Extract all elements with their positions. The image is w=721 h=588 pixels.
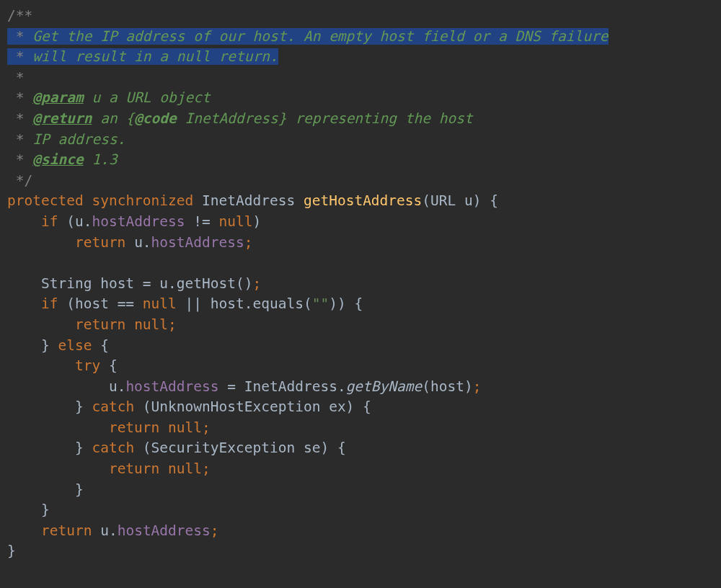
keyword-if: if <box>41 213 58 230</box>
javadoc-tag-since: @since <box>32 151 83 168</box>
indent <box>7 337 41 354</box>
doc-text: u a URL object <box>84 89 211 106</box>
space <box>58 213 66 230</box>
var-u: u. <box>109 378 125 395</box>
doc-text: Get the IP address of our host. An empty… <box>32 28 608 45</box>
brace-close: } <box>41 337 50 354</box>
field-hostaddress: hostAddress <box>151 234 244 251</box>
decl-string-host: String host = u. <box>41 275 177 292</box>
indent <box>7 275 41 292</box>
space <box>50 337 58 354</box>
keyword-catch: catch <box>92 440 134 456</box>
keyword-try: try <box>75 357 100 374</box>
indent <box>7 378 109 395</box>
indent <box>7 440 75 456</box>
keyword-return: return <box>109 419 159 436</box>
doc-star: * <box>7 48 24 65</box>
operator-neq: != <box>185 213 219 230</box>
method-signature: (URL u) { <box>422 192 498 209</box>
semicolon: ; <box>211 522 219 539</box>
catch-clause: (UnknownHostException ex) { <box>134 398 371 415</box>
indent <box>7 316 75 333</box>
type-inetaddress: InetAddress <box>202 192 295 209</box>
expr: (host == <box>58 295 142 312</box>
selection-line-2: * will result in a null return. <box>7 48 278 65</box>
indent <box>7 522 41 539</box>
javadoc-tag-code: @code <box>134 110 177 127</box>
paren-open: ( <box>66 213 75 230</box>
keyword-null: null <box>168 419 202 436</box>
space <box>125 316 134 333</box>
doc-open: /** <box>7 7 32 24</box>
paren-open: ( <box>304 295 312 312</box>
space <box>159 460 168 477</box>
keyword-null: null <box>143 295 177 312</box>
doc-star: * <box>7 151 24 168</box>
space <box>92 522 100 539</box>
keyword-catch: catch <box>92 398 134 415</box>
code-editor[interactable]: /** * Get the IP address of our host. An… <box>0 0 721 569</box>
brace-close: } <box>75 398 84 415</box>
field-hostaddress: hostAddress <box>118 522 211 539</box>
keyword-null: null <box>134 316 168 333</box>
expr: || host. <box>177 295 253 312</box>
doc-text: 1.3 <box>84 151 118 168</box>
indent <box>7 213 41 230</box>
space <box>24 151 32 168</box>
doc-text: InetAddress} representing the host <box>177 110 473 127</box>
paren-close: ) <box>253 213 262 230</box>
brace-close: } <box>75 481 84 498</box>
method-decl-gethostaddress: getHostAddress <box>304 192 422 209</box>
indent <box>7 398 75 415</box>
semicolon: ; <box>473 378 482 395</box>
catch-clause: (SecurityException se) { <box>134 440 346 456</box>
indent <box>7 357 75 374</box>
doc-text: will result in a null return. <box>32 48 278 65</box>
doc-star: * <box>7 110 24 127</box>
space <box>24 48 32 65</box>
indent <box>7 460 109 477</box>
call-noargs: () <box>236 275 252 292</box>
semicolon: ; <box>252 275 261 292</box>
semicolon: ; <box>202 460 211 477</box>
semicolon: ; <box>244 234 253 251</box>
keyword-synchronized: synchronized <box>92 192 193 209</box>
doc-close: */ <box>7 172 32 189</box>
doc-text: an { <box>92 110 134 127</box>
brace-close: } <box>7 543 16 559</box>
indent <box>7 502 41 518</box>
keyword-null: null <box>168 460 202 477</box>
selection-line-1: * Get the IP address of our host. An emp… <box>7 28 609 45</box>
space <box>193 192 202 209</box>
javadoc-tag-return: @return <box>32 110 92 127</box>
var-u: u. <box>100 522 117 539</box>
expr: = InetAddress. <box>219 378 346 395</box>
indent <box>7 481 75 498</box>
brace-close: } <box>41 502 50 518</box>
field-hostaddress: hostAddress <box>125 378 218 395</box>
brace-close: } <box>75 440 84 456</box>
var-u: u. <box>75 213 92 230</box>
keyword-if: if <box>41 295 58 312</box>
space <box>24 110 32 127</box>
var-u: u. <box>134 234 151 251</box>
brace-open: { <box>100 357 117 374</box>
space <box>159 419 168 436</box>
method-call-equals: equals <box>253 295 304 312</box>
indent <box>7 234 75 251</box>
doc-star: * <box>7 69 24 86</box>
method-call-gethost: getHost <box>177 275 236 292</box>
paren-close-brace: )) { <box>329 295 363 312</box>
semicolon: ; <box>202 419 211 436</box>
space <box>84 398 92 415</box>
space <box>125 234 134 251</box>
keyword-else: else <box>58 337 92 354</box>
doc-star: * <box>7 89 24 106</box>
doc-star: * <box>7 131 24 148</box>
keyword-return: return <box>75 234 125 251</box>
field-hostaddress: hostAddress <box>92 213 185 230</box>
space <box>24 89 32 106</box>
keyword-return: return <box>109 460 159 477</box>
brace-open: { <box>92 337 108 354</box>
keyword-return: return <box>41 522 92 539</box>
